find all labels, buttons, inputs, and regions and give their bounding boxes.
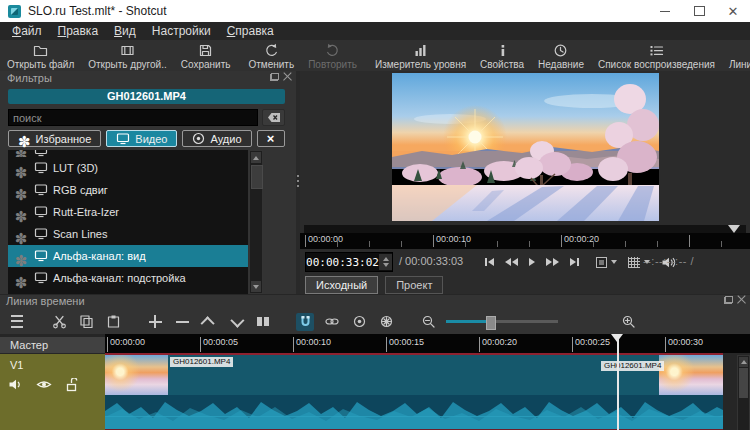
favorite-star-icon[interactable]: ✽ (8, 272, 34, 285)
copy-button[interactable] (77, 313, 95, 331)
menu-settings[interactable]: Настройки (144, 22, 219, 40)
rewind-button[interactable] (505, 258, 518, 266)
scrollbar-handle[interactable] (739, 368, 748, 398)
undock-panel-icon[interactable] (270, 73, 279, 81)
append-button[interactable] (146, 313, 164, 331)
undock-panel-icon[interactable] (724, 296, 733, 304)
playlist-button[interactable]: Список воспроизведения (591, 40, 722, 71)
loop-range-button[interactable] (596, 257, 617, 268)
tab-video[interactable]: Видео (106, 130, 177, 147)
favorite-star-icon[interactable]: ✽ (8, 150, 34, 157)
close-panel-icon[interactable] (283, 73, 292, 81)
position-timecode[interactable]: 00:00:33:02 (305, 252, 393, 272)
player-scrub-bar[interactable] (304, 225, 746, 233)
timeline-ruler[interactable]: 00:00:00 00:00:05 00:00:10 00:00:15 00:0… (105, 334, 750, 353)
master-track[interactable]: Мастер (0, 337, 105, 353)
save-button[interactable]: Сохранить (174, 40, 238, 71)
hide-eye-icon[interactable] (36, 378, 52, 391)
recent-button[interactable]: Недавние (531, 40, 591, 71)
timeline-menu-button[interactable] (8, 313, 26, 331)
tab-audio[interactable]: Аудио (182, 130, 251, 147)
favorite-star-icon[interactable]: ✽ (8, 162, 34, 175)
minimize-button[interactable] (648, 0, 682, 22)
favorite-star-icon[interactable]: ✽ (8, 228, 34, 241)
close-filter-button[interactable]: × (257, 130, 285, 147)
zoom-in-icon (621, 314, 636, 329)
plus-icon (149, 315, 162, 328)
skip-to-end-button[interactable] (570, 258, 579, 266)
favorite-star-icon[interactable]: ✽ (8, 206, 34, 219)
player-ruler[interactable]: 00:00:00 00:00:10 00:00:20 (300, 233, 750, 249)
monitor-icon (34, 250, 48, 262)
timeline-playhead-line[interactable] (617, 334, 619, 430)
close-panel-icon[interactable] (737, 296, 746, 304)
list-item[interactable]: ✽ Rutt-Etra-Izer (8, 201, 248, 223)
chevron-up-icon (201, 316, 215, 330)
close-button[interactable]: ✕ (716, 0, 750, 22)
timeline-playhead-handle[interactable] (611, 334, 623, 342)
favorite-star-icon[interactable]: ✽ (8, 184, 34, 197)
scroll-up-button[interactable] (251, 152, 261, 163)
lift-button[interactable] (200, 313, 218, 331)
ripple-delete-button[interactable] (173, 313, 191, 331)
timeline-zoom-slider[interactable] (446, 315, 558, 329)
timeline-tracks: Мастер 00:00:00 00:00:05 00:00:10 00:00:… (0, 334, 750, 430)
ripple-button[interactable] (350, 313, 368, 331)
monitor-icon (116, 132, 130, 145)
snap-button[interactable] (296, 313, 314, 331)
slider-handle[interactable] (486, 316, 496, 330)
timeline-button[interactable]: Линия времени (722, 40, 750, 71)
tab-project[interactable]: Проект (385, 276, 443, 294)
maximize-button[interactable] (682, 0, 716, 22)
timeline-clip[interactable]: GH012601.MP4 GH012601.MP4 (105, 355, 723, 430)
monitor-icon (34, 184, 48, 196)
list-item-selected[interactable]: ✽ Альфа-канал: вид (8, 245, 248, 267)
timeline-toolbar (0, 309, 750, 334)
list-item[interactable]: ✽ Scan Lines (8, 223, 248, 245)
tab-source[interactable]: Исходный (305, 276, 378, 294)
scroll-up-button[interactable] (739, 357, 748, 367)
split-button[interactable] (254, 313, 272, 331)
scrub-while-dragging-button[interactable] (323, 313, 341, 331)
paste-button[interactable] (104, 313, 122, 331)
fast-forward-button[interactable] (546, 258, 559, 266)
list-item[interactable]: ✽ RGB сдвиг (8, 179, 248, 201)
overwrite-button[interactable] (227, 313, 245, 331)
list-item[interactable]: ✽ LUT (3D) (8, 157, 248, 179)
mute-speaker-icon[interactable] (8, 378, 23, 391)
menu-view[interactable]: Вид (106, 22, 144, 40)
menu-edit[interactable]: Правка (50, 22, 107, 40)
track-header-v1[interactable]: V1 (0, 354, 105, 430)
ripple-all-tracks-button[interactable] (377, 313, 395, 331)
scroll-down-button[interactable] (251, 281, 261, 292)
open-other-button[interactable]: Открыть другой.. (81, 40, 173, 71)
list-item[interactable]: ✽ Альфа-канал: подстройка (8, 267, 248, 289)
cut-button[interactable] (50, 313, 68, 331)
lock-open-icon[interactable] (65, 378, 78, 392)
tab-favorites[interactable]: ✽ Избранное (8, 130, 101, 147)
menu-help[interactable]: Справка (219, 22, 282, 40)
shotcut-window: SLO.ru Test.mlt* - Shotcut ✕ Файл Правка… (0, 0, 750, 430)
open-file-button[interactable]: Открыть файл (0, 40, 81, 71)
video-preview[interactable] (392, 73, 659, 221)
zoom-in-button[interactable] (619, 313, 637, 331)
filter-search-input[interactable] (8, 109, 258, 126)
current-clip-button[interactable]: GH012601.MP4 (8, 89, 285, 104)
player-playhead[interactable] (728, 225, 740, 233)
level-meter-icon (413, 43, 428, 58)
play-button[interactable] (529, 258, 535, 266)
undo-button[interactable]: Отменить (241, 40, 301, 71)
skip-to-start-button[interactable] (485, 258, 494, 266)
scrollbar-handle[interactable] (251, 165, 263, 189)
zoom-out-button[interactable] (419, 313, 437, 331)
redo-button[interactable]: Повторить (301, 40, 364, 71)
clear-search-button[interactable] (262, 109, 285, 126)
favorite-star-icon[interactable]: ✽ (8, 250, 34, 263)
timeline-scrollbar[interactable] (737, 355, 750, 430)
timecode-spinner[interactable] (379, 254, 392, 270)
menu-file[interactable]: Файл (4, 22, 50, 40)
properties-button[interactable]: Свойства (473, 40, 531, 71)
level-meter-button[interactable]: Измеритель уровня (368, 40, 473, 71)
filter-list-scrollbar[interactable] (249, 150, 263, 294)
list-item-partial[interactable]: ✽ (8, 150, 248, 157)
